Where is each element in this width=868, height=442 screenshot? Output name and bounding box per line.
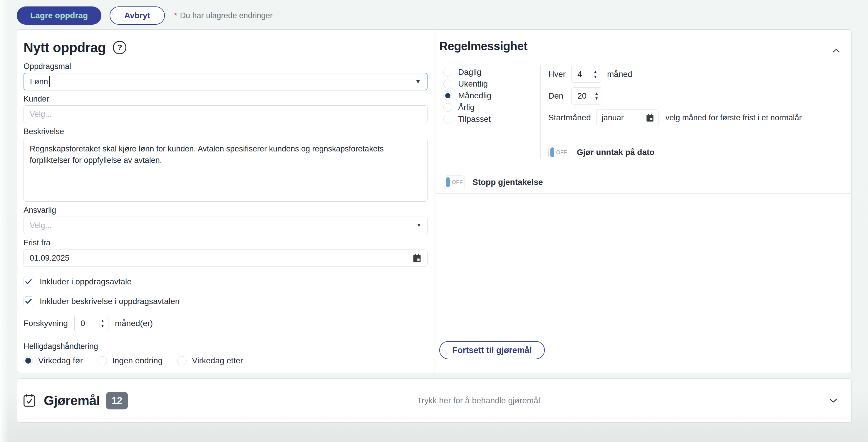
kunder-input[interactable]: Velg... <box>24 105 428 123</box>
radio-arlig[interactable]: Årlig <box>443 103 540 112</box>
action-bar: Lagre oppdrag Avbryt * Du har ulagrede e… <box>17 6 273 25</box>
den-stepper[interactable]: 20 ▲ ▼ <box>571 88 602 104</box>
stopp-toggle-label: Stopp gjentakelse <box>472 177 543 187</box>
unntak-toggle-row: OFF Gjør unntak på dato <box>548 145 844 159</box>
chevron-down-icon[interactable] <box>829 398 838 403</box>
startmaned-helper-text: velg måned for første frist i et normalå… <box>665 113 802 123</box>
hver-value: 4 <box>578 70 593 79</box>
spinner-up-icon[interactable]: ▲ <box>100 319 104 322</box>
ansvarlig-label: Ansvarlig <box>24 206 428 214</box>
assignment-form: Nytt oppdrag ? Oppdragsmal Lønn ▼ Kunder… <box>17 30 435 373</box>
chevron-up-icon[interactable] <box>831 47 842 55</box>
frequency-radio-group: Daglig Ukentlig Månedlig Årlig <box>439 65 541 159</box>
tasks-title-group: Gjøremål 12 <box>23 392 128 409</box>
frist-fra-date-input[interactable]: 01.09.2025 <box>24 249 428 267</box>
calendar-icon[interactable] <box>412 253 422 263</box>
tasks-section-header[interactable]: Gjøremål 12 Trykk her for å behandle gjø… <box>17 378 851 422</box>
spinner-down-icon[interactable]: ▼ <box>593 75 597 78</box>
toggle-knob <box>550 147 554 157</box>
page-title: Nytt oppdrag <box>24 40 106 56</box>
text-cursor <box>49 76 50 87</box>
radio-virkedag-etter[interactable]: Virkedag etter <box>177 356 243 365</box>
tasks-expand-hint[interactable]: Trykk her for å behandle gjøremål <box>128 396 829 405</box>
unsaved-changes-note: * Du har ulagrede endringer <box>174 11 273 20</box>
spinner-down-icon[interactable]: ▼ <box>100 324 104 328</box>
forskyvning-value: 0 <box>81 319 100 328</box>
unntak-toggle-label: Gjør unntak på dato <box>577 148 654 157</box>
frist-fra-label: Frist fra <box>24 238 428 247</box>
radio-ukentlig[interactable]: Ukentlig <box>443 79 540 89</box>
radio-manedlig[interactable]: Månedlig <box>443 91 540 100</box>
spinner-down-icon[interactable]: ▼ <box>594 97 598 100</box>
checkbox-checked-icon <box>24 297 33 306</box>
stopp-toggle-row: OFF Stopp gjentakelse <box>439 171 844 194</box>
radio-selected-icon <box>443 91 452 100</box>
radio-tilpasset[interactable]: Tilpasset <box>443 114 540 124</box>
checkbox-label: Inkluder beskrivelse i oppdragsavtalen <box>40 297 180 306</box>
monthly-settings: Hver 4 ▲ ▼ måned Den 20 <box>541 65 844 159</box>
continue-to-tasks-button[interactable]: Fortsett til gjøremål <box>439 341 545 359</box>
radio-icon <box>443 103 452 112</box>
help-icon[interactable]: ? <box>113 41 126 54</box>
forskyvning-label: Forskyvning <box>24 319 68 328</box>
den-label: Den <box>548 91 571 101</box>
radio-selected-icon <box>24 356 33 365</box>
stopp-toggle[interactable]: OFF <box>444 175 465 189</box>
spinner-up-icon[interactable]: ▲ <box>593 70 597 73</box>
checkbox-label: Inkluder i oppdragsavtale <box>40 277 132 286</box>
tasks-count-badge: 12 <box>106 392 128 409</box>
oppdragsmal-value: Lønn <box>30 77 48 86</box>
dropdown-arrow-icon[interactable]: ▼ <box>416 223 422 228</box>
recurrence-panel: Regelmessighet Daglig Ukentlig <box>435 30 851 373</box>
hver-label: Hver <box>548 70 571 79</box>
save-button[interactable]: Lagre oppdrag <box>17 6 101 25</box>
radio-icon <box>98 356 107 365</box>
hver-suffix: måned <box>607 70 632 79</box>
frist-fra-value: 01.09.2025 <box>30 253 69 263</box>
calendar-icon[interactable] <box>646 113 654 123</box>
radio-ingen-endring[interactable]: Ingen endring <box>98 356 162 365</box>
hver-stepper[interactable]: 4 ▲ ▼ <box>571 66 601 83</box>
new-assignment-card: Nytt oppdrag ? Oppdragsmal Lønn ▼ Kunder… <box>17 29 851 373</box>
den-value: 20 <box>578 91 594 101</box>
forskyvning-stepper[interactable]: 0 ▲ ▼ <box>74 315 108 332</box>
dropdown-arrow-icon[interactable]: ▼ <box>415 78 421 85</box>
checkbox-checked-icon <box>24 277 33 286</box>
radio-icon <box>443 79 452 88</box>
frequency-section: Daglig Ukentlig Månedlig Årlig <box>439 65 844 159</box>
helligdag-label: Helligdagshåndtering <box>24 342 428 351</box>
page: Lagre oppdrag Avbryt * Du har ulagrede e… <box>0 0 868 442</box>
cancel-button[interactable]: Avbryt <box>110 6 165 25</box>
startmaned-input[interactable]: januar <box>596 109 658 126</box>
forskyvning-suffix: måned(er) <box>115 319 153 328</box>
ansvarlig-select[interactable]: Velg... ▼ <box>24 216 428 234</box>
checkbox-inkluder-beskrivelse[interactable]: Inkluder beskrivelse i oppdragsavtalen <box>24 297 428 306</box>
toggle-state-label: OFF <box>452 179 463 185</box>
unsaved-changes-text: Du har ulagrede endringer <box>180 11 273 20</box>
startmaned-value: januar <box>602 113 624 123</box>
calendar-check-icon <box>23 393 36 408</box>
kunder-placeholder: Velg... <box>30 110 52 119</box>
radio-virkedag-for[interactable]: Virkedag før <box>24 356 83 365</box>
beskrivelse-textarea[interactable]: Regnskapsforetaket skal kjøre lønn for k… <box>24 138 428 202</box>
startmaned-label: Startmåned <box>548 113 591 123</box>
radio-daglig[interactable]: Daglig <box>443 68 540 77</box>
kunder-label: Kunder <box>24 95 428 103</box>
unntak-toggle[interactable]: OFF <box>548 145 569 159</box>
checkbox-inkluder-oppdragsavtale[interactable]: Inkluder i oppdragsavtale <box>24 277 428 286</box>
spinner-up-icon[interactable]: ▲ <box>594 92 598 95</box>
helligdag-radio-group: Virkedag før Ingen endring Virkedag ette… <box>24 356 428 365</box>
required-asterisk: * <box>174 11 178 20</box>
toggle-state-label: OFF <box>556 149 567 156</box>
recurrence-title: Regelmessighet <box>439 40 844 53</box>
ansvarlig-placeholder: Velg... <box>30 221 52 230</box>
radio-icon <box>443 115 452 124</box>
toggle-knob <box>446 177 450 187</box>
oppdragsmal-label: Oppdragsmal <box>24 62 428 71</box>
radio-icon <box>177 356 187 365</box>
oppdragsmal-input[interactable]: Lønn ▼ <box>24 73 428 91</box>
beskrivelse-label: Beskrivelse <box>24 127 428 136</box>
radio-icon <box>443 68 452 77</box>
tasks-title: Gjøremål <box>44 393 100 408</box>
